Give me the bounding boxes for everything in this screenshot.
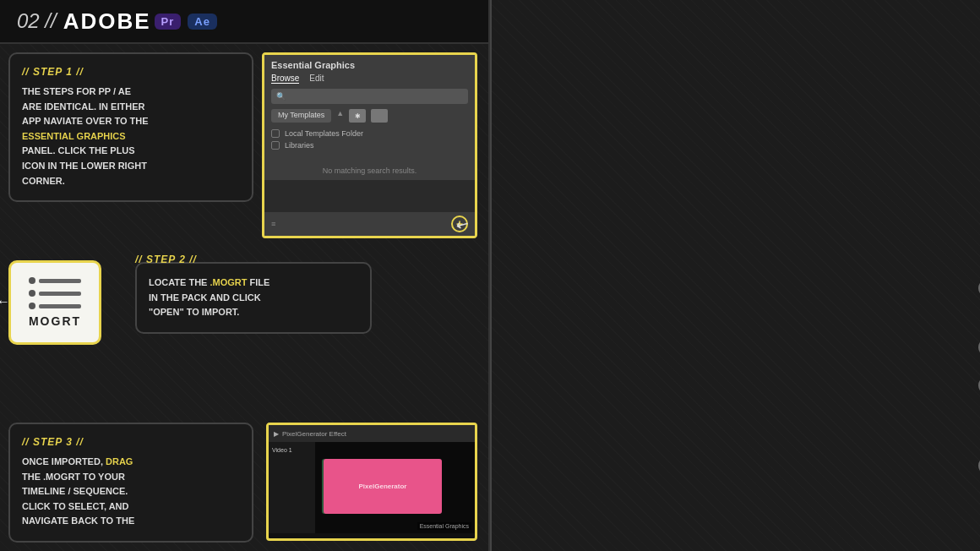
eg-buttons: My Templates ▲ ✱ [271, 109, 468, 123]
eg-panel-inner: Essential Graphics Browse Edit 🔍 My Temp… [264, 55, 475, 180]
eg-template-row1: Local Templates Folder [271, 129, 468, 138]
step1-left-text: THE STEPS FOR PP / AE ARE IDENTICAL. IN … [22, 85, 240, 188]
eg-tabs: Browse Edit [271, 74, 468, 84]
eg-template-row2: Libraries [271, 141, 468, 150]
step1-left-label: // STEP 1 // [22, 66, 240, 78]
video-preview: ▶ PixelGenerator Effect Video 1 PixelGen… [266, 423, 477, 541]
right-section: 04 // FINAL CUT 🎬 // STEP 1 // THE INSTA… [490, 0, 980, 551]
video-clip-pink: PixelGenerator [324, 459, 442, 514]
mogrt-container: ←← MOGRT [8, 260, 101, 345]
eg-my-templates-btn[interactable]: My Templates [271, 109, 331, 123]
video-left-panel: Video 1 [269, 442, 315, 533]
video-bottom-label: Essential Graphics [417, 522, 471, 530]
mogrt-label: MOGRT [29, 314, 81, 328]
video-main: PixelGenerator Essential Graphics [315, 442, 475, 533]
eg-title: Essential Graphics [271, 60, 468, 70]
video-track: Video 1 [272, 445, 312, 455]
left-section-num: 02 // [17, 9, 57, 33]
step3-left-box: // STEP 3 // ONCE IMPORTED, DRAG THE .MO… [8, 423, 253, 543]
mogrt-lines [29, 277, 81, 309]
step3-left-text: ONCE IMPORTED, DRAG THE .MOGRT TO YOUR T… [22, 455, 240, 529]
eg-panel: Essential Graphics Browse Edit 🔍 My Temp… [262, 52, 477, 238]
step2-left-text: LOCATE THE .MOGRT FILE IN THE PACK AND C… [149, 276, 358, 320]
video-canvas: Video 1 PixelGenerator Essential Graphic… [269, 442, 475, 533]
left-section: 02 // ADOBE Pr Ae // STEP 1 // THE STEPS… [0, 0, 490, 551]
eg-browse-tab[interactable]: Browse [271, 74, 299, 84]
left-section-title: ADOBE [63, 8, 151, 35]
premiere-badge: Pr [155, 14, 182, 30]
step2-label-left: // STEP 2 // [135, 254, 197, 272]
step1-left-box: // STEP 1 // THE STEPS FOR PP / AE ARE I… [8, 52, 253, 202]
eg-bottom-bar: ≡ + [264, 212, 475, 236]
section-divider [490, 0, 492, 551]
eg-search[interactable]: 🔍 [271, 89, 468, 104]
texture-right [490, 0, 980, 551]
mogrt-icon: MOGRT [8, 260, 101, 345]
video-timeline: ▶ PixelGenerator Effect [269, 425, 475, 442]
ae-badge: Ae [188, 14, 217, 30]
eg-edit-tab[interactable]: Edit [309, 74, 324, 84]
step2-left-box: LOCATE THE .MOGRT FILE IN THE PACK AND C… [135, 262, 372, 334]
eg-no-match: No matching search results. [271, 166, 468, 175]
left-header: 02 // ADOBE Pr Ae [0, 0, 488, 44]
